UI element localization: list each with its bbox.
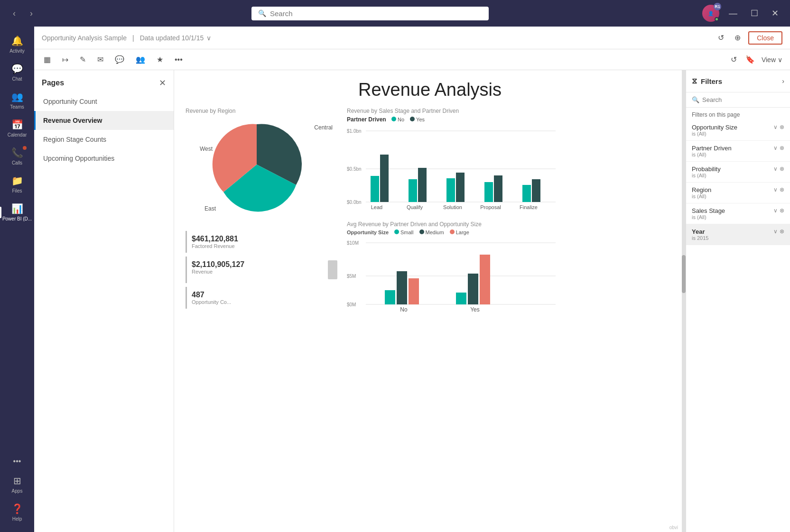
- view-label: View: [762, 56, 776, 64]
- kpi-opp-count-label: Opportunity Co...: [192, 299, 231, 305]
- sidebar-item-activity[interactable]: 🔔 Activity: [0, 30, 34, 58]
- page-item-opp-count[interactable]: Opportunity Count: [34, 92, 174, 111]
- svg-rect-8: [409, 179, 417, 202]
- filter-opp-size-clear[interactable]: ⊗: [780, 124, 784, 130]
- filter-item-opp-size[interactable]: Opportunity Size is (All) ∨ ⊗: [686, 120, 790, 141]
- legend-small: Small: [394, 229, 414, 235]
- page-item-rev-overview[interactable]: Revenue Overview: [34, 111, 174, 130]
- filter-item-opp-size-info: Opportunity Size is (All): [692, 124, 737, 137]
- app-toolbar: Opportunity Analysis Sample | Data updat…: [34, 27, 790, 49]
- filters-expand-button[interactable]: ›: [782, 77, 784, 85]
- table-view-button[interactable]: ▦: [42, 53, 53, 66]
- apps-icon: ⊞: [13, 475, 21, 486]
- pages-close-button[interactable]: ✕: [159, 78, 166, 88]
- sidebar-item-label: Files: [12, 188, 22, 193]
- favorite-button[interactable]: ★: [155, 53, 165, 66]
- filter-probability-chevron[interactable]: ∨: [773, 165, 778, 172]
- pie-label-west: West: [200, 146, 213, 152]
- filter-item-probability[interactable]: Probability is (All) ∨ ⊗: [686, 162, 790, 183]
- filter-year-clear[interactable]: ⊗: [780, 228, 784, 235]
- svg-text:Proposal: Proposal: [480, 204, 501, 210]
- main-content: Pages ✕ Opportunity Count Revenue Overvi…: [34, 70, 790, 532]
- sidebar-item-chat[interactable]: 💬 Chat: [0, 58, 34, 86]
- kpi-factored-revenue-value: $461,120,881: [192, 235, 238, 243]
- more-options-button[interactable]: •••: [173, 54, 185, 66]
- filter-region-clear[interactable]: ⊗: [780, 186, 784, 193]
- filter-opp-size-chevron[interactable]: ∨: [773, 124, 778, 130]
- teams-share-button[interactable]: 👥: [134, 53, 147, 66]
- help-icon: ❓: [11, 503, 23, 514]
- filter-search-bar[interactable]: 🔍: [686, 92, 790, 108]
- filter-item-year[interactable]: Year is 2015 ∨ ⊗: [686, 224, 790, 245]
- refresh-button[interactable]: ↺: [715, 31, 727, 44]
- report-main-title: Revenue Analysis: [186, 80, 674, 100]
- page-item-upcoming[interactable]: Upcoming Opportunities: [34, 149, 174, 168]
- sidebar-item-apps[interactable]: ⊞ Apps: [0, 470, 34, 498]
- title-chevron-icon[interactable]: ∨: [206, 34, 211, 42]
- title-bar-left: ‹ ›: [8, 7, 38, 20]
- global-search-bar[interactable]: 🔍: [251, 7, 489, 20]
- sidebar-item-files[interactable]: 📁 Files: [0, 170, 34, 198]
- filter-search-input[interactable]: [702, 96, 784, 103]
- sidebar-item-label: Calendar: [8, 132, 27, 138]
- filter-probability-info: Probability is (All): [692, 165, 721, 178]
- sidebar-item-label: Teams: [10, 104, 24, 110]
- filter-sales-stage-clear[interactable]: ⊗: [780, 207, 784, 214]
- filters-section-label: Filters on this page: [686, 108, 790, 120]
- sidebar-item-calls[interactable]: 📞 Calls: [0, 142, 34, 170]
- share-button[interactable]: ↦: [60, 53, 70, 66]
- pie-chart-container: West Central East: [204, 117, 318, 221]
- page-item-region-stage[interactable]: Region Stage Counts: [34, 130, 174, 149]
- sidebar-item-teams[interactable]: 👥 Teams: [0, 86, 34, 114]
- sidebar-item-more[interactable]: •••: [0, 452, 34, 470]
- legend-yes: Yes: [410, 117, 425, 122]
- kpi-opp-count-value: 487: [192, 291, 231, 299]
- filter-partner-driven-chevron[interactable]: ∨: [773, 145, 778, 151]
- comment-button[interactable]: 💬: [113, 53, 126, 66]
- powerbi-icon: 📊: [11, 203, 23, 214]
- filter-partner-driven-clear[interactable]: ⊗: [780, 145, 784, 151]
- avatar[interactable]: 👤 R1: [702, 5, 719, 22]
- scrollbar-thumb[interactable]: [682, 255, 686, 293]
- svg-text:$0.5bn: $0.5bn: [347, 166, 362, 172]
- kpi-factored-revenue-label: Factored Revenue: [192, 243, 238, 249]
- app-title: Opportunity Analysis Sample | Data updat…: [42, 34, 211, 42]
- search-input[interactable]: [270, 9, 482, 18]
- minimize-button[interactable]: —: [725, 7, 741, 20]
- maximize-button[interactable]: ☐: [747, 6, 762, 20]
- sidebar-item-label: Power BI (D...: [2, 216, 32, 221]
- email-button[interactable]: ✉: [95, 53, 105, 66]
- filter-sales-stage-chevron[interactable]: ∨: [773, 207, 778, 214]
- filter-item-sales-stage[interactable]: Sales Stage is (All) ∨ ⊗: [686, 203, 790, 224]
- filter-probability-clear[interactable]: ⊗: [780, 165, 784, 172]
- close-report-button[interactable]: Close: [748, 31, 782, 45]
- filter-search-icon: 🔍: [692, 96, 699, 103]
- globe-button[interactable]: ⊕: [732, 31, 744, 44]
- report-title-text: Opportunity Analysis Sample: [42, 34, 127, 42]
- nav-back-button[interactable]: ‹: [8, 7, 21, 20]
- calendar-icon: 📅: [11, 119, 23, 130]
- svg-rect-32: [480, 255, 490, 304]
- more-icon: •••: [13, 457, 21, 466]
- nav-forward-button[interactable]: ›: [25, 7, 38, 20]
- title-bar: ‹ › 🔍 👤 R1 — ☐ ✕: [0, 0, 790, 27]
- report-scrollbar[interactable]: [682, 70, 686, 532]
- sidebar-item-help[interactable]: ❓ Help: [0, 498, 34, 526]
- report-content: Revenue Analysis Revenue by Region: [174, 70, 686, 532]
- title-separator: |: [132, 34, 134, 42]
- filter-item-partner-driven[interactable]: Partner Driven is (All) ∨ ⊗: [686, 141, 790, 162]
- filter-region-chevron[interactable]: ∨: [773, 186, 778, 193]
- view-button[interactable]: View ∨: [762, 56, 782, 64]
- bookmark-button[interactable]: 🔖: [744, 53, 757, 66]
- nav-buttons: ‹ ›: [8, 7, 38, 20]
- sidebar-item-powerbi[interactable]: 📊 Power BI (D...: [0, 198, 34, 226]
- window-close-button[interactable]: ✕: [768, 6, 782, 20]
- filter-item-region[interactable]: Region is (All) ∨ ⊗: [686, 183, 790, 203]
- filter-year-chevron[interactable]: ∨: [773, 228, 778, 235]
- edit-button[interactable]: ✎: [78, 53, 88, 66]
- sidebar-item-calendar[interactable]: 📅 Calendar: [0, 114, 34, 142]
- filter-region-value: is (All): [692, 193, 711, 199]
- svg-rect-12: [484, 182, 493, 202]
- undo-button[interactable]: ↺: [729, 53, 739, 66]
- svg-rect-11: [456, 173, 465, 202]
